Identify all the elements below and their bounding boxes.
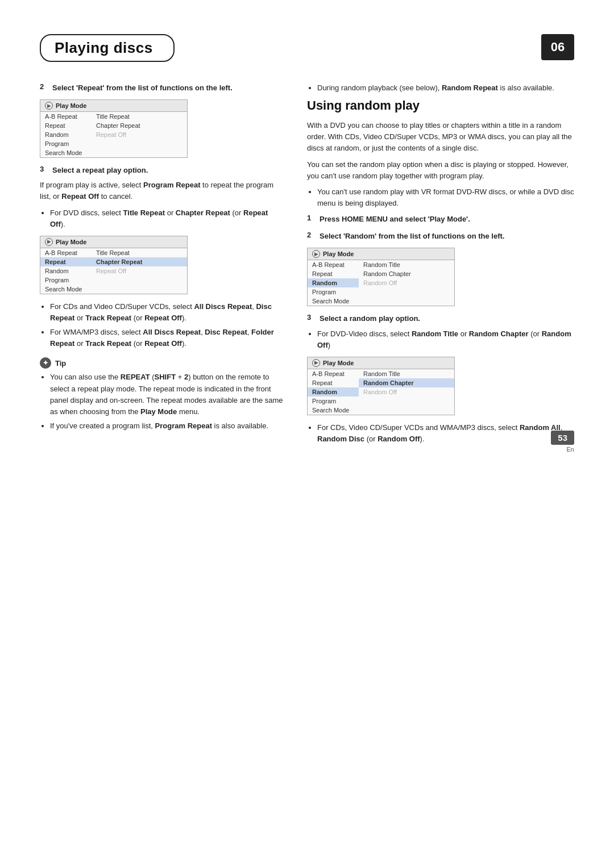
table-row: Program	[308, 397, 454, 406]
table-cell: A-B Repeat	[40, 248, 92, 257]
step-1-right-text: Press HOME MENU and select 'Play Mode'.	[320, 214, 470, 225]
tip-icon: ✦	[40, 357, 51, 369]
intro-para-1: With a DVD you can choose to play titles…	[307, 120, 574, 154]
table-row: Repeat Chapter Repeat	[40, 121, 187, 130]
play-mode-table-3: ▶ Play Mode A-B Repeat Random Title Repe…	[307, 248, 455, 306]
step-2-bold: Select 'Repeat' from the list of functio…	[52, 84, 233, 92]
table-row: Random Random Off	[308, 387, 454, 397]
step-3-body: If program play is active, select Progra…	[40, 180, 284, 202]
table-cell	[359, 297, 454, 306]
table-cell: Random Off	[359, 387, 454, 397]
page-number: 53	[551, 431, 574, 445]
list-item: During random playback (see below), Rand…	[317, 82, 574, 94]
step-3-right: 3 Select a random play option.	[307, 313, 574, 324]
play-mode-label-1: Play Mode	[56, 102, 86, 109]
table-cell: Program	[308, 287, 359, 297]
step-2-right: 2 Select 'Random' from the list of funct…	[307, 231, 574, 242]
intro-para-2: You can set the random play option when …	[307, 159, 574, 182]
table-cell: Repeat Off	[92, 130, 187, 139]
play-mode-title-bar-4: ▶ Play Mode	[308, 357, 454, 369]
play-mode-table-4-content: A-B Repeat Random Title Repeat Random Ch…	[308, 369, 454, 415]
table-cell: Chapter Repeat	[92, 121, 187, 130]
two-column-layout: 2 Select 'Repeat' from the list of funct…	[40, 82, 574, 449]
table-cell: Random Chapter	[359, 269, 454, 278]
step-3-number: 3	[40, 165, 49, 176]
table-row: Repeat Random Chapter	[308, 378, 454, 387]
right-column: During random playback (see below), Rand…	[307, 82, 574, 449]
step-3-right-number: 3	[307, 313, 316, 324]
play-mode-icon-3: ▶	[312, 250, 320, 258]
tip-label: Tip	[55, 359, 66, 368]
table-cell	[92, 148, 187, 157]
list-item: For DVD discs, select Title Repeat or Ch…	[50, 207, 284, 230]
step-3-bold: Select a repeat play option.	[52, 166, 148, 174]
step-2-right-text: Select 'Random' from the list of functio…	[320, 231, 504, 242]
table-cell: Search Mode	[40, 148, 92, 157]
table-cell: Search Mode	[308, 406, 359, 415]
table-cell: Random Off	[359, 278, 454, 287]
step-2-left: 2 Select 'Repeat' from the list of funct…	[40, 82, 284, 94]
play-mode-table-2-content: A-B Repeat Title Repeat Repeat Chapter R…	[40, 248, 187, 294]
table-cell: Program	[40, 276, 92, 285]
list-item: For DVD-Video discs, select Random Title…	[317, 328, 574, 351]
tip-bullet-list: You can also use the REPEAT (SHIFT + 2) …	[50, 372, 284, 432]
step-2-right-number: 2	[307, 231, 316, 242]
table-row: A-B Repeat Random Title	[308, 369, 454, 378]
table-row: Random Random Off	[308, 278, 454, 287]
header-bar: Playing discs 06	[40, 34, 574, 62]
step-3-right-bold: Select a random play option.	[320, 314, 420, 323]
step-1-right: 1 Press HOME MENU and select 'Play Mode'…	[307, 214, 574, 225]
page-footer: 53 En	[551, 431, 574, 453]
cannot-bullet-list: You can't use random play with VR format…	[317, 186, 574, 209]
table-row: Program	[40, 139, 187, 148]
table-cell: Random	[40, 130, 92, 139]
table-row: A-B Repeat Title Repeat	[40, 248, 187, 257]
table-cell: Random	[40, 266, 92, 276]
table-cell	[359, 397, 454, 406]
table-row: Program	[40, 276, 187, 285]
tip-header: ✦ Tip	[40, 357, 284, 369]
table-cell: Program	[308, 397, 359, 406]
step-1-right-number: 1	[307, 214, 316, 225]
bullet-list-1: For DVD discs, select Title Repeat or Ch…	[50, 207, 284, 230]
play-mode-title-bar-1: ▶ Play Mode	[40, 100, 187, 112]
page-title: Playing discs	[55, 39, 153, 57]
chapter-number: 06	[541, 34, 574, 60]
table-cell	[92, 139, 187, 148]
play-mode-table-1-content: A-B Repeat Title Repeat Repeat Chapter R…	[40, 112, 187, 157]
table-cell: Random Chapter	[359, 378, 454, 387]
table-cell: Repeat	[40, 121, 92, 130]
table-cell: Title Repeat	[92, 248, 187, 257]
table-cell: Search Mode	[308, 297, 359, 306]
table-row: Random Repeat Off	[40, 130, 187, 139]
step-3-left: 3 Select a repeat play option.	[40, 165, 284, 176]
play-mode-icon-1: ▶	[45, 102, 53, 110]
table-cell: A-B Repeat	[308, 369, 359, 378]
table-cell	[92, 276, 187, 285]
step-2-number: 2	[40, 82, 49, 94]
random-bullet-1: For DVD-Video discs, select Random Title…	[317, 328, 574, 351]
table-cell: Search Mode	[40, 285, 92, 294]
step-2-right-bold: Select 'Random' from the list of functio…	[320, 232, 504, 240]
table-cell: Random	[308, 387, 359, 397]
play-mode-icon-4: ▶	[312, 359, 320, 367]
table-cell	[92, 285, 187, 294]
header-title-box: Playing discs	[40, 34, 175, 62]
play-mode-label-2: Play Mode	[56, 239, 86, 245]
page-wrapper: Playing discs 06 2 Select 'Repeat' from …	[0, 0, 614, 483]
table-row: Repeat Chapter Repeat	[40, 257, 187, 266]
list-item: For CDs and Video CD/Super VCDs, select …	[50, 301, 284, 324]
table-row: Search Mode	[40, 285, 187, 294]
play-mode-table-1: ▶ Play Mode A-B Repeat Title Repeat Repe…	[40, 99, 188, 158]
section-title: Using random play	[307, 98, 574, 113]
tip-box: ✦ Tip You can also use the REPEAT (SHIFT…	[40, 357, 284, 432]
play-mode-table-4: ▶ Play Mode A-B Repeat Random Title Repe…	[307, 357, 455, 415]
random-bullet-2: For CDs, Video CD/Super VCDs and WMA/MP3…	[317, 422, 574, 445]
table-cell: Repeat Off	[92, 266, 187, 276]
table-row: A-B Repeat Title Repeat	[40, 112, 187, 121]
play-mode-title-bar-2: ▶ Play Mode	[40, 236, 187, 248]
table-cell: Random Title	[359, 260, 454, 269]
table-cell: A-B Repeat	[308, 260, 359, 269]
table-cell: Chapter Repeat	[92, 257, 187, 266]
play-mode-icon-2: ▶	[45, 238, 53, 246]
